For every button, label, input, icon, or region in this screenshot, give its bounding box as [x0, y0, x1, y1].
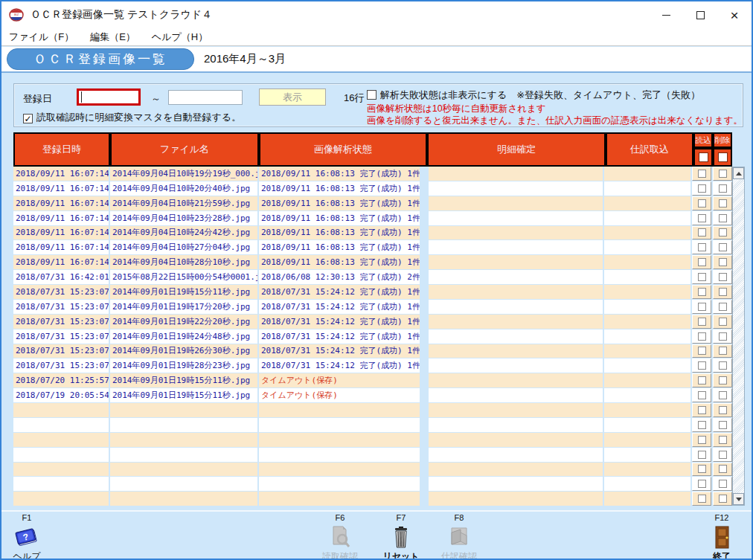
cell-detail	[429, 240, 603, 254]
row-read-checkbox[interactable]	[692, 358, 711, 373]
cell-filename: 2014年09月04日10時20分40秒.jpg	[110, 181, 257, 196]
row-delete-checkbox[interactable]	[713, 388, 732, 402]
row-delete-checkbox[interactable]	[713, 285, 732, 299]
hide-failed-checkbox[interactable]	[367, 90, 376, 100]
table-row	[13, 448, 732, 462]
row-delete-checkbox[interactable]	[713, 240, 732, 254]
checkbox-square	[719, 391, 727, 399]
row-delete-checkbox[interactable]	[713, 270, 732, 284]
row-read-checkbox[interactable]	[692, 167, 711, 181]
checkbox-square	[719, 436, 727, 444]
row-read-checkbox[interactable]	[692, 270, 711, 284]
menu-item-help[interactable]: ヘルプ（H）	[152, 30, 208, 44]
row-delete-checkbox[interactable]	[713, 358, 732, 373]
checkbox-square	[698, 451, 706, 459]
row-read-checkbox[interactable]	[692, 492, 711, 506]
row-delete-checkbox[interactable]	[713, 403, 732, 417]
menu-item-file[interactable]: ファイル（F）	[9, 30, 74, 44]
row-read-checkbox[interactable]	[692, 329, 711, 344]
row-read-checkbox[interactable]	[692, 477, 711, 491]
scroll-up-button[interactable]	[733, 167, 744, 179]
cell-filename: 2014年09月04日10時24分42秒.jpg	[110, 226, 257, 240]
row-read-checkbox[interactable]	[692, 433, 711, 447]
row-read-checkbox[interactable]	[692, 196, 711, 210]
delete-select-all-checkbox[interactable]	[718, 152, 728, 162]
read-select-all-checkbox[interactable]	[699, 152, 708, 162]
fn-key-f8: F8	[435, 513, 483, 523]
cell-datetime	[13, 433, 109, 447]
table-row: 2018/09/11 16:07:142014年09月04日10時24分42秒.…	[13, 226, 732, 240]
row-delete-checkbox[interactable]	[713, 433, 732, 447]
hide-failed-option[interactable]: 解析失敗状態は非表示にする ※登録失敗、タイムアウト、完了（失敗）	[367, 88, 700, 102]
close-button[interactable]: ×	[717, 1, 752, 28]
cell-journal	[604, 315, 690, 329]
minimize-button[interactable]	[649, 1, 683, 28]
auto-register-checkbox[interactable]: ✓	[23, 114, 33, 123]
cell-filename	[110, 463, 257, 477]
cell-journal	[604, 300, 690, 314]
scroll-down-button[interactable]	[733, 493, 744, 505]
cell-datetime: 2018/07/31 15:23:07	[13, 315, 109, 329]
toolbar-journal-confirm-button: F8 仕訳確認	[435, 513, 483, 560]
auto-register-option[interactable]: ✓読取確認時に明細変換マスタを自動登録する。	[23, 111, 241, 124]
row-read-checkbox[interactable]	[692, 373, 711, 387]
row-delete-checkbox[interactable]	[713, 418, 732, 432]
row-read-checkbox[interactable]	[692, 448, 711, 462]
row-delete-checkbox[interactable]	[713, 373, 732, 387]
auto-register-label: 読取確認時に明細変換マスタを自動登録する。	[36, 112, 241, 123]
row-delete-checkbox[interactable]	[713, 255, 732, 269]
column-header-read: 読込	[693, 132, 713, 167]
cell-datetime: 2018/09/11 16:07:14	[13, 240, 109, 254]
row-delete-checkbox[interactable]	[713, 181, 732, 196]
row-read-checkbox[interactable]	[692, 418, 711, 432]
cell-detail	[429, 226, 603, 240]
cell-datetime	[13, 463, 109, 477]
row-delete-checkbox[interactable]	[713, 448, 732, 462]
row-delete-checkbox[interactable]	[713, 167, 732, 181]
table-row: 2018/07/20 11:25:572014年09月01日19時15分11秒.…	[13, 373, 732, 387]
row-read-checkbox[interactable]	[692, 255, 711, 269]
function-key-toolbar: F1 ? ヘルプ F6	[1, 510, 752, 559]
notice-auto-update: 画像解析状態は10秒毎に自動更新されます	[367, 103, 546, 115]
row-delete-checkbox[interactable]	[713, 492, 732, 506]
cell-filename: 2014年09月04日10時27分04秒.jpg	[110, 240, 257, 254]
cell-datetime: 2018/09/11 16:07:14	[13, 226, 109, 240]
show-button[interactable]: 表示	[259, 88, 326, 106]
row-read-checkbox[interactable]	[692, 300, 711, 314]
row-read-checkbox[interactable]	[692, 403, 711, 417]
row-delete-checkbox[interactable]	[713, 300, 732, 314]
checkbox-square	[698, 495, 706, 503]
checkbox-square	[719, 214, 727, 222]
menu-item-edit[interactable]: 編集（E）	[90, 30, 135, 44]
vertical-scrollbar[interactable]	[732, 167, 745, 506]
row-delete-checkbox[interactable]	[713, 315, 732, 329]
row-delete-checkbox[interactable]	[713, 329, 732, 344]
toolbar-reset-button[interactable]: F7 リセット	[377, 513, 425, 560]
row-delete-checkbox[interactable]	[713, 344, 732, 358]
table-row: 2018/09/11 16:07:142014年09月04日10時21分59秒.…	[13, 196, 732, 210]
row-delete-checkbox[interactable]	[713, 477, 732, 491]
row-read-checkbox[interactable]	[692, 181, 711, 196]
cell-journal	[604, 388, 690, 402]
cell-filename: 2014年09月01日19時15分11秒.jpg	[110, 388, 257, 402]
row-delete-checkbox[interactable]	[713, 226, 732, 240]
checkbox-square	[698, 273, 706, 281]
row-read-checkbox[interactable]	[692, 463, 711, 477]
row-read-checkbox[interactable]	[692, 388, 711, 402]
row-delete-checkbox[interactable]	[713, 196, 732, 210]
window-title: ＯＣＲ登録画像一覧 テストクラウド４	[31, 8, 212, 22]
row-read-checkbox[interactable]	[692, 226, 711, 240]
date-to-input[interactable]	[168, 90, 243, 105]
toolbar-help-button[interactable]: F1 ? ヘルプ	[3, 513, 51, 560]
row-read-checkbox[interactable]	[692, 315, 711, 329]
date-from-input[interactable]	[77, 88, 141, 106]
row-delete-checkbox[interactable]	[713, 211, 732, 225]
row-read-checkbox[interactable]	[692, 344, 711, 358]
cell-journal	[604, 477, 690, 491]
maximize-button[interactable]	[683, 1, 717, 28]
row-delete-checkbox[interactable]	[713, 463, 732, 477]
row-read-checkbox[interactable]	[692, 240, 711, 254]
toolbar-exit-button[interactable]: F12 終了	[698, 513, 746, 560]
row-read-checkbox[interactable]	[692, 285, 711, 299]
row-read-checkbox[interactable]	[692, 211, 711, 225]
